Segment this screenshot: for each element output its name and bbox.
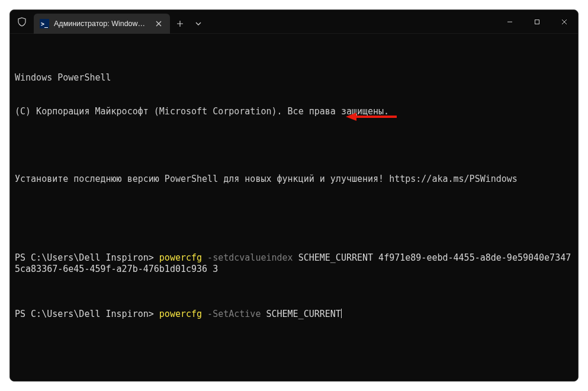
maximize-button[interactable] bbox=[523, 10, 551, 33]
tab-title: Администратор: Windows Po bbox=[54, 20, 149, 28]
terminal-body[interactable]: Windows PowerShell (C) Корпорация Майкро… bbox=[10, 34, 578, 381]
prompt: PS C:\Users\Dell Inspiron> bbox=[15, 309, 159, 319]
command-switch: -setdcvalueindex bbox=[202, 252, 293, 263]
svg-rect-0 bbox=[535, 20, 539, 24]
close-tab-button[interactable] bbox=[153, 18, 164, 29]
tab-dropdown-button[interactable] bbox=[190, 14, 207, 34]
powershell-icon: >_ bbox=[40, 19, 49, 28]
titlebar: >_ Администратор: Windows Po bbox=[10, 10, 578, 34]
window-controls bbox=[496, 10, 578, 33]
annotation-arrow bbox=[345, 111, 398, 123]
command-name: powercfg bbox=[159, 252, 202, 263]
command-line-2: PS C:\Users\Dell Inspiron> powercfg -Set… bbox=[15, 309, 573, 320]
prompt: PS C:\Users\Dell Inspiron> bbox=[15, 252, 159, 263]
banner-line: Windows PowerShell bbox=[15, 72, 573, 84]
minimize-button[interactable] bbox=[496, 10, 523, 33]
new-tab-button[interactable] bbox=[170, 14, 190, 34]
command-name: powercfg bbox=[159, 309, 202, 319]
command-args: SCHEME_CURRENT bbox=[261, 309, 340, 319]
blank-line bbox=[15, 140, 573, 151]
command-line-1: PS C:\Users\Dell Inspiron> powercfg -set… bbox=[15, 252, 573, 275]
copyright-line: (C) Корпорация Майкрософт (Microsoft Cor… bbox=[15, 106, 573, 117]
uac-shield-icon bbox=[10, 10, 34, 33]
svg-marker-2 bbox=[346, 113, 356, 121]
terminal-window: >_ Администратор: Windows Po bbox=[9, 9, 579, 382]
titlebar-drag-area[interactable] bbox=[207, 10, 496, 33]
text-cursor bbox=[341, 309, 342, 318]
tab-active[interactable]: >_ Администратор: Windows Po bbox=[34, 14, 170, 34]
update-hint-line: Установите последнюю версию PowerShell д… bbox=[15, 174, 573, 185]
close-window-button[interactable] bbox=[551, 10, 578, 33]
command-switch: -SetActive bbox=[202, 309, 261, 319]
blank-line bbox=[15, 207, 573, 219]
